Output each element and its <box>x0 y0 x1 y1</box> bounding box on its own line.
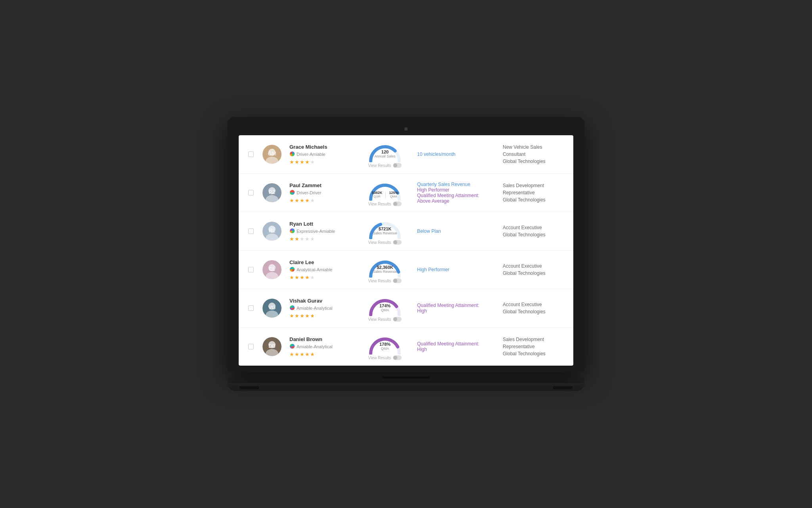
avatar: PZ <box>262 183 282 202</box>
star-rating: ★★★★★ <box>289 352 353 357</box>
metric-text: High <box>417 308 496 314</box>
info-col: Paul Zammet Driver-Driver ★★★★★ <box>289 182 353 203</box>
view-results-toggle[interactable]: View Results <box>368 163 402 168</box>
metric-text: 10 vehicles/month <box>417 151 496 157</box>
filled-star: ★ <box>300 275 304 280</box>
role-title: Account Executive <box>503 224 564 231</box>
metric-col: 10 vehicles/month <box>417 151 496 157</box>
star-rating: ★★★★★ <box>289 198 353 203</box>
info-col: Vishak Gurav Amiable-Analytical ★★★★★ <box>289 298 353 318</box>
row-checkbox[interactable] <box>248 228 254 234</box>
filled-star: ★ <box>289 236 294 242</box>
avatar-col: GM <box>262 145 283 164</box>
laptop-hinge <box>382 376 430 379</box>
checkbox-col <box>248 344 256 349</box>
metric-text: High Performer <box>417 187 496 193</box>
person-name: Vishak Gurav <box>289 298 353 304</box>
filled-star: ★ <box>305 313 310 318</box>
filled-star: ★ <box>300 198 304 203</box>
empty-star: ★ <box>310 236 315 242</box>
row-checkbox[interactable] <box>248 151 254 157</box>
left-foot <box>239 386 259 389</box>
type-label: Amiable-Analytical <box>297 344 332 349</box>
toggle-pill[interactable] <box>393 240 402 245</box>
person-type: Amiable-Analytical <box>289 305 353 311</box>
table-row: CL Claire Lee Analytical-Amiable ★★★★★ <box>239 251 573 289</box>
table-row: DB Daniel Brown Amiable-Analytical ★★★★★ <box>239 328 573 366</box>
role-col: Account Executive Global Technologies <box>503 263 564 277</box>
view-results-toggle[interactable]: View Results <box>368 317 402 322</box>
checkbox-col <box>248 151 256 157</box>
role-col: Account Executive Global Technologies <box>503 224 564 238</box>
row-checkbox[interactable] <box>248 305 254 311</box>
role-col: Sales Development Representative Global … <box>503 182 564 203</box>
avatar-col: RL <box>262 222 283 241</box>
avatar: DB <box>262 337 282 356</box>
metric-col: Below Plan <box>417 228 496 234</box>
table-row: GM Grace Michaels Driver-Amiable ★★★★★ <box>239 135 573 174</box>
table-row: RL Ryan Lott Expressive-Amiable ★★★★★ <box>239 212 573 251</box>
pie-icon <box>289 305 295 311</box>
empty-star: ★ <box>300 236 304 242</box>
laptop: GM Grace Michaels Driver-Amiable ★★★★★ <box>228 117 584 391</box>
role-title: Account Executive <box>503 301 564 308</box>
avatar: CL <box>262 260 282 279</box>
person-type: Driver-Amiable <box>289 151 353 157</box>
person-name: Grace Michaels <box>289 144 353 150</box>
row-checkbox[interactable] <box>248 267 254 272</box>
avatar-col: PZ <box>262 183 283 202</box>
svg-text:RL: RL <box>269 228 276 234</box>
metric-col: Qualified Meeting Attainment:High <box>417 303 496 314</box>
avatar-col: CL <box>262 260 283 279</box>
gauge-col: $721K Sales Revenue View Results <box>359 218 411 245</box>
person-type: Expressive-Amiable <box>289 228 353 234</box>
view-results-label: View Results <box>368 163 391 168</box>
metric-text: High Performer <box>417 267 496 272</box>
role-company: Global Technologies <box>503 270 564 277</box>
view-results-label: View Results <box>368 317 391 322</box>
role-company: Global Technologies <box>503 350 564 357</box>
toggle-pill[interactable] <box>393 201 402 206</box>
person-name: Daniel Brown <box>289 336 353 342</box>
avatar: RL <box>262 222 282 241</box>
person-name: Claire Lee <box>289 259 353 265</box>
toggle-pill[interactable] <box>393 317 402 322</box>
view-results-toggle[interactable]: View Results <box>368 201 402 206</box>
role-company: Global Technologies <box>503 196 564 203</box>
toggle-pill[interactable] <box>393 163 402 168</box>
toggle-pill[interactable] <box>393 278 402 283</box>
metric-text: Above Average <box>417 198 496 204</box>
filled-star: ★ <box>305 352 310 357</box>
type-label: Analytical-Amiable <box>297 267 332 272</box>
row-checkbox[interactable] <box>248 190 254 196</box>
filled-star: ★ <box>305 198 310 203</box>
person-name: Paul Zammet <box>289 182 353 188</box>
filled-star: ★ <box>305 275 310 280</box>
checkbox-col <box>248 190 256 196</box>
view-results-toggle[interactable]: View Results <box>368 278 402 283</box>
person-type: Driver-Driver <box>289 190 353 196</box>
avatar-col: VG <box>262 299 283 318</box>
info-col: Daniel Brown Amiable-Analytical ★★★★★ <box>289 336 353 357</box>
view-results-toggle[interactable]: View Results <box>368 355 402 360</box>
view-results-toggle[interactable]: View Results <box>368 240 402 245</box>
row-checkbox[interactable] <box>248 344 254 349</box>
role-col: Sales Development Representative Global … <box>503 336 564 357</box>
filled-star: ★ <box>289 313 294 318</box>
info-col: Ryan Lott Expressive-Amiable ★★★★★ <box>289 221 353 242</box>
screen-bezel: GM Grace Michaels Driver-Amiable ★★★★★ <box>228 117 584 372</box>
checkbox-col <box>248 305 256 311</box>
info-col: Claire Lee Analytical-Amiable ★★★★★ <box>289 259 353 280</box>
right-foot <box>553 386 573 389</box>
filled-star: ★ <box>310 313 315 318</box>
metric-col: Quarterly Sales RevenueHigh PerformerQua… <box>417 182 496 204</box>
star-rating: ★★★★★ <box>289 159 353 165</box>
role-title: Account Executive <box>503 263 564 270</box>
role-title: New Vehicle Sales Consultant <box>503 144 564 158</box>
toggle-pill[interactable] <box>393 355 402 360</box>
type-label: Driver-Amiable <box>297 152 326 157</box>
gauge-col: $2,360K Sales Revenue View Results <box>359 256 411 283</box>
role-company: Global Technologies <box>503 308 564 315</box>
metric-text: Below Plan <box>417 228 496 234</box>
role-title: Sales Development Representative <box>503 336 564 350</box>
